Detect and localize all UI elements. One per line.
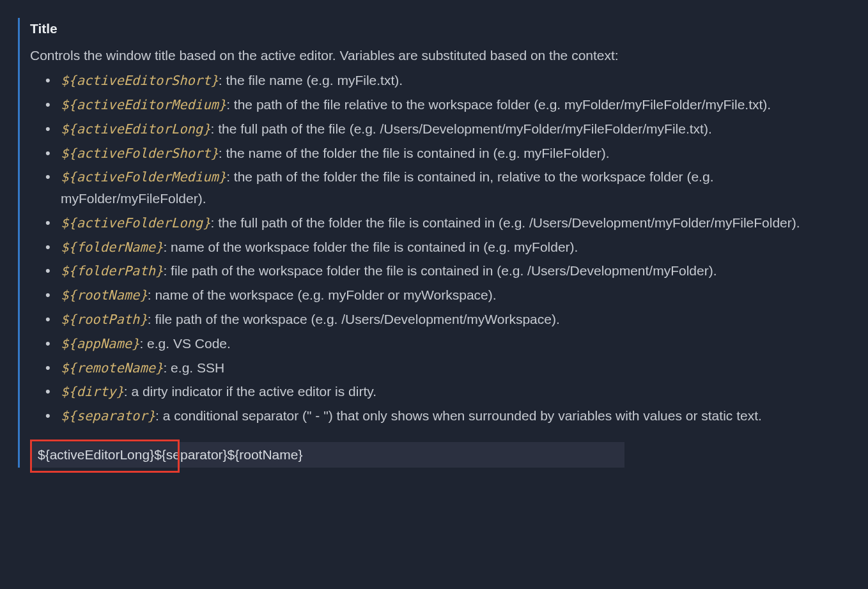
variable-item: ${folderName}: name of the workspace fol… — [61, 235, 850, 259]
variable-description: : a conditional separator (" - ") that o… — [155, 408, 762, 423]
window-title-setting: Title Controls the window title based on… — [18, 18, 850, 468]
variable-item: ${activeEditorShort}: the file name (e.g… — [61, 68, 850, 93]
variable-token: ${separator} — [61, 408, 155, 424]
variable-item: ${dirty}: a dirty indicator if the activ… — [61, 379, 850, 404]
variable-item: ${activeFolderLong}: the full path of th… — [61, 211, 850, 235]
variable-token: ${rootPath} — [61, 312, 148, 327]
variable-token: ${folderPath} — [61, 263, 163, 279]
variable-token: ${activeEditorMedium} — [61, 97, 226, 112]
variable-item: ${separator}: a conditional separator ("… — [61, 404, 850, 428]
variable-description: : e.g. SSH — [163, 360, 224, 375]
variable-token: ${remoteName} — [61, 360, 163, 376]
variable-token: ${folderName} — [61, 240, 163, 255]
variable-item: ${activeFolderShort}: the name of the fo… — [61, 141, 850, 165]
variable-item: ${folderPath}: file path of the workspac… — [61, 259, 850, 283]
variable-description: : the path of the file relative to the w… — [226, 97, 771, 112]
variable-item: ${rootName}: name of the workspace (e.g.… — [61, 283, 850, 307]
variable-description: : file path of the workspace (e.g. /User… — [148, 312, 560, 326]
variable-list: ${activeEditorShort}: the file name (e.g… — [30, 68, 850, 428]
variable-description: : the full path of the file (e.g. /Users… — [211, 121, 712, 136]
variable-token: ${dirty} — [61, 384, 124, 399]
variable-item: ${activeEditorLong}: the full path of th… — [61, 117, 850, 141]
variable-item: ${activeEditorMedium}: the path of the f… — [61, 93, 850, 117]
variable-description: : the file name (e.g. myFile.txt). — [219, 73, 403, 88]
variable-description: : the name of the folder the file is con… — [219, 146, 610, 160]
window-title-input[interactable] — [30, 442, 624, 468]
variable-item: ${rootPath}: file path of the workspace … — [61, 307, 850, 332]
setting-description: Controls the window title based on the a… — [30, 45, 850, 66]
variable-token: ${activeFolderLong} — [61, 215, 211, 231]
variable-item: ${activeFolderMedium}: the path of the f… — [61, 165, 850, 210]
variable-description: : name of the workspace folder the file … — [163, 240, 578, 254]
variable-item: ${appName}: e.g. VS Code. — [61, 332, 850, 356]
variable-token: ${activeEditorShort} — [61, 73, 219, 88]
variable-description: : e.g. VS Code. — [139, 336, 230, 351]
variable-token: ${appName} — [61, 336, 139, 351]
variable-description: : name of the workspace (e.g. myFolder o… — [148, 287, 497, 302]
variable-description: : the full path of the folder the file i… — [211, 215, 800, 230]
variable-description: : a dirty indicator if the active editor… — [124, 384, 376, 399]
variable-token: ${activeFolderShort} — [61, 146, 219, 161]
variable-description: : file path of the workspace folder the … — [163, 263, 717, 278]
variable-token: ${rootName} — [61, 287, 148, 303]
variable-token: ${activeEditorLong} — [61, 121, 211, 137]
variable-token: ${activeFolderMedium} — [61, 169, 226, 185]
setting-heading: Title — [30, 18, 850, 40]
variable-item: ${remoteName}: e.g. SSH — [61, 356, 850, 380]
title-input-row — [30, 442, 624, 468]
